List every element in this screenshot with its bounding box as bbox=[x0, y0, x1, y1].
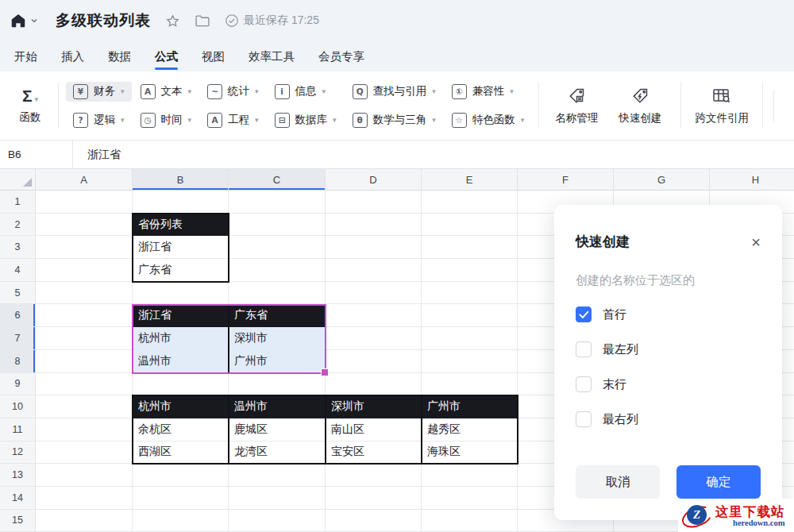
cell-D15[interactable] bbox=[326, 510, 422, 532]
ribbon-category-button[interactable]: ?逻辑 bbox=[66, 110, 132, 130]
ribbon-category-button[interactable]: θ数学与三角 bbox=[345, 110, 443, 130]
cell-C3[interactable] bbox=[229, 236, 326, 259]
formula-input[interactable]: 浙江省 bbox=[73, 141, 794, 168]
cell-E11[interactable]: 越秀区 bbox=[422, 418, 518, 441]
row-header-11[interactable]: 11 bbox=[0, 418, 36, 441]
cell-D14[interactable] bbox=[326, 487, 422, 510]
select-all-corner[interactable] bbox=[0, 169, 36, 191]
ribbon-tool-button[interactable]: 快速创建 bbox=[610, 87, 670, 125]
ribbon-category-button[interactable]: ☆特色函数 bbox=[445, 110, 532, 130]
cell-D12[interactable]: 宝安区 bbox=[326, 441, 422, 465]
cell-E6[interactable] bbox=[422, 304, 518, 327]
cell-A11[interactable] bbox=[36, 418, 133, 441]
column-header-F[interactable]: F bbox=[518, 169, 614, 191]
cell-B7[interactable]: 杭州市 bbox=[133, 327, 229, 350]
row-header-8[interactable]: 8 bbox=[0, 350, 36, 373]
cell-A13[interactable] bbox=[36, 464, 133, 487]
cell-E13[interactable] bbox=[422, 464, 518, 487]
dialog-option-row[interactable]: 首行 bbox=[576, 306, 761, 323]
ribbon-category-button[interactable]: A文本 bbox=[133, 82, 199, 102]
cell-C13[interactable] bbox=[229, 464, 326, 487]
column-header-A[interactable]: A bbox=[36, 169, 133, 191]
cell-B4[interactable]: 广东省 bbox=[133, 259, 229, 282]
menu-tab-4[interactable]: 公式 bbox=[145, 44, 187, 71]
insert-function-button[interactable]: Σ▾ 函数 bbox=[10, 87, 51, 125]
cell-D13[interactable] bbox=[326, 464, 422, 487]
column-header-D[interactable]: D bbox=[326, 169, 422, 191]
row-header-15[interactable]: 15 bbox=[0, 510, 36, 532]
menu-tab-7[interactable]: 会员专享 bbox=[309, 44, 374, 71]
cell-B5[interactable] bbox=[133, 282, 229, 305]
cell-A1[interactable] bbox=[36, 191, 133, 214]
row-header-1[interactable]: 1 bbox=[0, 191, 36, 214]
cell-E2[interactable] bbox=[422, 214, 518, 237]
cell-C12[interactable]: 龙湾区 bbox=[229, 441, 326, 465]
column-header-E[interactable]: E bbox=[422, 169, 518, 191]
cell-A8[interactable] bbox=[36, 350, 133, 373]
row-header-4[interactable]: 4 bbox=[0, 259, 36, 282]
ribbon-tool-button[interactable]: 跨文件引用 bbox=[692, 87, 752, 125]
cell-D9[interactable] bbox=[326, 373, 422, 396]
cell-B10[interactable]: 杭州市 bbox=[133, 395, 229, 418]
cell-B15[interactable] bbox=[133, 510, 229, 532]
cell-A15[interactable] bbox=[36, 510, 133, 532]
cell-E12[interactable]: 海珠区 bbox=[422, 441, 518, 465]
cell-E5[interactable] bbox=[422, 282, 518, 305]
menu-tab-6[interactable]: 效率工具 bbox=[239, 44, 304, 71]
cell-C10[interactable]: 温州市 bbox=[229, 395, 326, 418]
cell-B14[interactable] bbox=[133, 487, 229, 510]
cell-A2[interactable] bbox=[36, 214, 133, 237]
cell-D6[interactable] bbox=[326, 304, 422, 327]
cell-A9[interactable] bbox=[36, 373, 133, 396]
cell-E14[interactable] bbox=[422, 487, 518, 510]
dialog-option-row[interactable]: 末行 bbox=[576, 376, 761, 393]
cell-E8[interactable] bbox=[422, 350, 518, 373]
row-header-3[interactable]: 3 bbox=[0, 236, 36, 259]
column-header-G[interactable]: G bbox=[614, 169, 710, 191]
cell-D1[interactable] bbox=[326, 191, 422, 214]
checkbox-unchecked[interactable] bbox=[576, 341, 592, 357]
cell-B6[interactable]: 浙江省 bbox=[133, 304, 229, 327]
menu-tab-2[interactable]: 插入 bbox=[52, 44, 94, 71]
cell-B9[interactable] bbox=[133, 373, 229, 396]
folder-button[interactable] bbox=[195, 13, 210, 28]
cell-C1[interactable] bbox=[229, 191, 326, 214]
column-header-B[interactable]: B bbox=[133, 169, 229, 191]
menu-tab-1[interactable]: 开始 bbox=[5, 44, 47, 71]
row-header-6[interactable]: 6 bbox=[0, 304, 36, 327]
cell-B3[interactable]: 浙江省 bbox=[133, 236, 229, 259]
cell-A14[interactable] bbox=[36, 487, 133, 510]
row-header-14[interactable]: 14 bbox=[0, 487, 36, 510]
cell-D4[interactable] bbox=[326, 259, 422, 282]
cell-A5[interactable] bbox=[36, 282, 133, 305]
cell-C9[interactable] bbox=[229, 373, 326, 396]
name-box[interactable]: B6 bbox=[0, 141, 73, 168]
ribbon-category-button[interactable]: ⊟数据库 bbox=[268, 110, 344, 130]
cell-C7[interactable]: 深圳市 bbox=[229, 327, 326, 350]
column-header-C[interactable]: C bbox=[229, 169, 326, 191]
confirm-button[interactable]: 确定 bbox=[676, 465, 761, 499]
cell-B13[interactable] bbox=[133, 464, 229, 487]
cell-B8[interactable]: 温州市 bbox=[133, 350, 229, 373]
cell-E3[interactable] bbox=[422, 236, 518, 259]
cell-D10[interactable]: 深圳市 bbox=[326, 395, 422, 418]
cell-C8[interactable]: 广州市 bbox=[229, 350, 326, 373]
cell-A12[interactable] bbox=[36, 441, 133, 465]
cell-C4[interactable] bbox=[229, 259, 326, 282]
cell-E15[interactable] bbox=[422, 510, 518, 532]
cell-C11[interactable]: 鹿城区 bbox=[229, 418, 326, 441]
menu-tab-5[interactable]: 视图 bbox=[192, 44, 234, 71]
column-header-H[interactable]: H bbox=[710, 169, 794, 191]
row-header-7[interactable]: 7 bbox=[0, 327, 36, 350]
close-icon[interactable]: × bbox=[751, 236, 761, 249]
cell-C5[interactable] bbox=[229, 282, 326, 305]
row-header-9[interactable]: 9 bbox=[0, 373, 36, 396]
cell-A6[interactable] bbox=[36, 304, 133, 327]
cell-A10[interactable] bbox=[36, 395, 133, 418]
cell-E1[interactable] bbox=[422, 191, 518, 214]
cell-A4[interactable] bbox=[36, 259, 133, 282]
home-button[interactable] bbox=[10, 12, 38, 29]
cell-D11[interactable]: 南山区 bbox=[326, 418, 422, 441]
checkbox-unchecked[interactable] bbox=[576, 376, 592, 392]
cell-E4[interactable] bbox=[422, 259, 518, 282]
